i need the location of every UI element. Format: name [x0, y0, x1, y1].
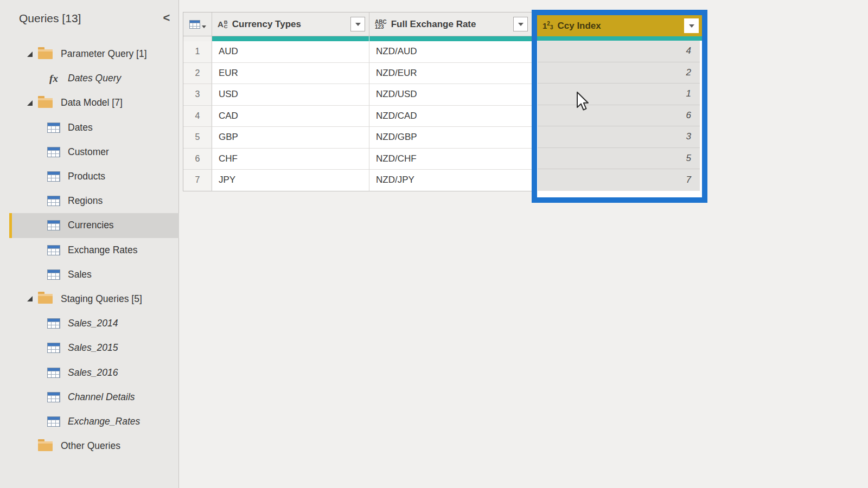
cell-currency-types[interactable]: CHF — [212, 149, 369, 170]
data-preview-table: A B C Currency Types ABC 123 — [183, 12, 532, 191]
table-icon — [47, 147, 60, 157]
sidebar-item-sales-2014[interactable]: Sales_2014 — [9, 311, 179, 336]
cell-currency-types[interactable]: CAD — [212, 106, 369, 127]
cell-currency-types[interactable]: JPY — [212, 170, 369, 191]
selected-column-filler — [537, 191, 702, 198]
sidebar-item-parameter-query-1[interactable]: Parameter Query [1] — [9, 42, 179, 66]
cell-ccy-index[interactable]: 6 — [538, 105, 700, 127]
sidebar-item-dates[interactable]: Dates — [9, 115, 179, 140]
row-number[interactable]: 3 — [183, 84, 212, 106]
folder-icon — [38, 98, 53, 108]
fx-function-icon: fx — [47, 73, 60, 85]
queries-pane-title: Queries [13] — [19, 12, 81, 25]
row-number[interactable]: 5 — [183, 127, 212, 149]
sidebar-item-label: Sales — [68, 269, 92, 280]
sidebar-item-label: Parameter Query [1] — [61, 48, 147, 60]
table-row: 6CHFNZD/CHF — [183, 149, 532, 170]
expand-collapse-triangle-icon[interactable] — [27, 296, 33, 301]
dropdown-caret-icon — [518, 23, 524, 26]
column-header-ccy-index[interactable]: 1 2 3 Ccy Index — [537, 15, 702, 36]
row-number[interactable]: 6 — [183, 149, 212, 170]
sidebar-item-label: Sales_2014 — [68, 318, 118, 329]
sidebar-item-products[interactable]: Products — [9, 164, 179, 189]
any-type-icon: ABC 123 — [375, 20, 387, 29]
sidebar-item-exchange-rates[interactable]: Exchange_Rates — [9, 409, 179, 434]
cell-full-exchange-rate[interactable]: NZD/EUR — [369, 63, 532, 85]
sidebar-item-staging-queries-5[interactable]: Staging Queries [5] — [9, 287, 179, 311]
select-all-table-icon — [189, 20, 200, 29]
cell-currency-types[interactable]: GBP — [212, 127, 369, 149]
sidebar-item-sales[interactable]: Sales — [9, 262, 179, 287]
cell-currency-types[interactable]: AUD — [212, 41, 369, 63]
select-all-button[interactable] — [183, 12, 212, 36]
table-icon — [47, 171, 60, 182]
cell-full-exchange-rate[interactable]: NZD/GBP — [369, 127, 532, 149]
cell-currency-types[interactable]: EUR — [212, 63, 369, 85]
sidebar-item-currencies[interactable]: Currencies — [9, 213, 179, 237]
cell-full-exchange-rate[interactable]: NZD/AUD — [369, 41, 532, 63]
table-icon — [47, 368, 60, 378]
table-icon — [47, 392, 60, 402]
expand-collapse-triangle-icon[interactable] — [27, 52, 33, 57]
folder-icon — [38, 441, 53, 451]
column-quality-bar — [537, 36, 702, 41]
sidebar-item-customer[interactable]: Customer — [9, 140, 179, 164]
query-tree: Parameter Query [1]fxDates QueryData Mod… — [0, 42, 179, 458]
column-header-label: Full Exchange Rate — [391, 19, 476, 30]
row-number[interactable]: 1 — [183, 41, 212, 63]
column-header-currency-types[interactable]: A B C Currency Types — [212, 12, 369, 36]
table-header-row: A B C Currency Types ABC 123 — [183, 12, 532, 36]
column-filter-dropdown-button[interactable] — [684, 18, 699, 33]
table-icon — [47, 416, 60, 427]
cell-ccy-index[interactable]: 7 — [538, 169, 700, 191]
sidebar-item-label: Customer — [68, 146, 109, 158]
sidebar-item-label: Currencies — [68, 220, 114, 231]
table-icon — [47, 343, 60, 353]
column-header-label: Ccy Index — [557, 21, 601, 31]
cell-full-exchange-rate[interactable]: NZD/CAD — [369, 106, 532, 127]
selected-column-ccy-index: 1 2 3 Ccy Index 4216357 — [532, 10, 707, 203]
sidebar-item-label: Regions — [68, 195, 103, 207]
sidebar-item-channel-details[interactable]: Channel Details — [9, 385, 179, 409]
cell-ccy-index[interactable]: 2 — [538, 62, 700, 84]
sidebar-item-label: Channel Details — [68, 391, 135, 403]
sidebar-item-dates-query[interactable]: fxDates Query — [9, 66, 179, 91]
column-filter-dropdown-button[interactable] — [513, 17, 528, 31]
sidebar-item-sales-2016[interactable]: Sales_2016 — [9, 360, 179, 384]
column-filter-dropdown-button[interactable] — [350, 17, 365, 31]
dropdown-caret-icon — [689, 24, 694, 28]
table-row: 7JPYNZD/JPY — [183, 170, 532, 191]
table-icon — [47, 220, 60, 230]
table-icon — [47, 123, 60, 133]
cell-currency-types[interactable]: USD — [212, 84, 369, 106]
row-number[interactable]: 4 — [183, 106, 212, 127]
cell-ccy-index[interactable]: 3 — [538, 126, 700, 148]
collapse-pane-icon[interactable]: < — [159, 11, 174, 25]
sidebar-item-data-model-7[interactable]: Data Model [7] — [9, 91, 179, 115]
cell-full-exchange-rate[interactable]: NZD/CHF — [369, 149, 532, 170]
sidebar-item-label: Dates — [68, 122, 93, 133]
cell-ccy-index[interactable]: 1 — [538, 84, 700, 105]
cell-full-exchange-rate[interactable]: NZD/JPY — [369, 170, 532, 191]
cell-ccy-index[interactable]: 5 — [538, 148, 700, 170]
dropdown-caret-icon — [355, 23, 361, 26]
row-number[interactable]: 2 — [183, 63, 212, 85]
cell-full-exchange-rate[interactable]: NZD/USD — [369, 84, 532, 106]
select-all-caret-icon — [202, 25, 206, 28]
sidebar-item-sales-2015[interactable]: Sales_2015 — [9, 336, 179, 360]
column-header-full-exchange-rate[interactable]: ABC 123 Full Exchange Rate — [369, 12, 532, 36]
queries-pane: Queries [13] < Parameter Query [1]fxDate… — [0, 0, 179, 488]
sidebar-item-exchange-rates[interactable]: Exchange Rates — [9, 238, 179, 262]
data-preview-canvas: A B C Currency Types ABC 123 — [180, 0, 868, 488]
folder-icon — [38, 49, 53, 59]
sidebar-item-other-queries[interactable]: Other Queries — [9, 434, 179, 458]
sidebar-item-label: Staging Queries [5] — [61, 293, 142, 305]
row-number[interactable]: 7 — [183, 170, 212, 191]
table-row: 4CADNZD/CAD — [183, 106, 532, 127]
sidebar-item-label: Dates Query — [68, 73, 121, 84]
column-quality-bar — [183, 36, 532, 41]
sidebar-item-regions[interactable]: Regions — [9, 189, 179, 213]
cell-ccy-index[interactable]: 4 — [538, 41, 700, 62]
sidebar-item-label: Exchange_Rates — [68, 416, 140, 427]
expand-collapse-triangle-icon[interactable] — [27, 100, 33, 106]
